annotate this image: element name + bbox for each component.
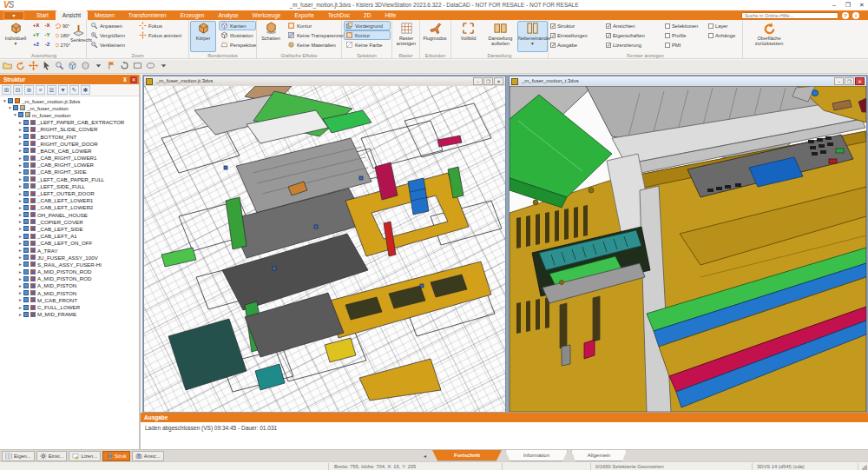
output-tab-fortschritt[interactable]: Fortschritt	[432, 450, 502, 461]
tree-node[interactable]: ▸A_MID_PISTON	[0, 289, 139, 296]
display-nebeneinander[interactable]: Nebeneinander ▾	[517, 21, 548, 52]
zoom-in-button[interactable]: Vergrößern	[89, 30, 127, 40]
focus-button[interactable]: Fokus	[137, 21, 183, 30]
viewport-restore-button[interactable]: ❐	[845, 77, 854, 85]
expand-arrow-icon[interactable]: ▸	[17, 283, 23, 288]
axis-button-plusZ[interactable]: +Z	[30, 40, 42, 50]
tree-node[interactable]: ▸OH_PANEL_HOUSE	[0, 211, 139, 218]
expand-arrow-icon[interactable]: ▸	[17, 276, 23, 281]
select-cursor-icon[interactable]	[41, 61, 52, 72]
expand-arrow-icon[interactable]: ▸	[17, 156, 23, 161]
expand-arrow-icon[interactable]: ▸	[17, 212, 23, 217]
tree-node[interactable]: ▸_CAB_LEFT_A1	[0, 233, 139, 240]
markup-flag-icon[interactable]	[106, 61, 117, 72]
focus-animated-button[interactable]: Fokus animiert	[137, 30, 183, 40]
tree-node[interactable]: ▸_RIGHT_SLIDE_COVER	[0, 126, 139, 133]
rotate-view-icon[interactable]	[119, 61, 130, 72]
render-mode-icon[interactable]	[80, 61, 91, 72]
visibility-icon[interactable]	[8, 98, 13, 103]
panel-tab-struk[interactable]: Struk	[102, 451, 130, 461]
visibility-icon[interactable]	[23, 297, 29, 302]
visibility-icon[interactable]	[23, 261, 29, 267]
visibility-icon[interactable]	[23, 141, 29, 146]
open-file-icon[interactable]	[2, 61, 13, 72]
tree-node[interactable]: ▸_BACK_CAB_LOWER	[0, 147, 139, 154]
visibility-icon[interactable]	[23, 156, 29, 161]
ribbon-tab-2d[interactable]: 2D	[357, 10, 378, 20]
axis-button-plusY[interactable]: +Y	[30, 30, 42, 40]
visibility-icon[interactable]	[23, 127, 29, 132]
tree-node[interactable]: ▸_CAB_RIGHT_LOWER1	[0, 155, 139, 162]
visibility-icon[interactable]	[23, 191, 29, 196]
viewport-3d-shaded-view[interactable]	[510, 86, 866, 413]
visibility-icon[interactable]	[23, 255, 29, 260]
tree-node[interactable]: ▸_CAB_LEFT_ON_OFF	[0, 240, 139, 247]
expand-arrow-icon[interactable]: ▸	[17, 297, 23, 302]
axis-button-minusX[interactable]: -X	[42, 21, 53, 30]
panel-tab-ansic[interactable]: Ansic...	[132, 451, 164, 461]
display-darstellung-aufteilen[interactable]: Darstellung aufteilen	[485, 21, 516, 52]
visibility-icon[interactable]	[23, 148, 29, 153]
expand-arrow-icon[interactable]: ▸	[17, 191, 23, 196]
visibility-icon[interactable]	[23, 312, 29, 317]
ribbon-tab-hilfe[interactable]: Hilfe	[378, 10, 403, 20]
visibility-icon[interactable]	[23, 241, 29, 246]
tree-node[interactable]: ▸_LEFT_PAPER_CAB_EXTRACTOR	[0, 119, 139, 126]
panel-tab-eigen[interactable]: Eigen...	[2, 451, 35, 461]
visibility-icon[interactable]	[23, 212, 29, 217]
schatten-button[interactable]: Schatten	[258, 21, 284, 52]
tree-node[interactable]: ▸_CAB_RIGHT_LOWER	[0, 162, 139, 169]
visibility-icon[interactable]	[23, 162, 29, 168]
search-input[interactable]	[741, 12, 838, 19]
isolate-icon[interactable]	[67, 61, 78, 72]
axis-button-minusZ[interactable]: -Z	[42, 40, 53, 50]
expand-arrow-icon[interactable]: ▾	[2, 98, 8, 103]
axis-button-minusY[interactable]: -Y	[42, 30, 53, 40]
maximize-button[interactable]: ❐	[842, 0, 854, 10]
expand-arrow-icon[interactable]: ▸	[17, 226, 23, 231]
tree-node[interactable]: ▸_LEFT_SIDE_FULL	[0, 182, 139, 189]
panel-tab-einst[interactable]: Einst...	[36, 451, 68, 461]
filter-icon[interactable]: ▼	[58, 85, 68, 95]
expand-arrow-icon[interactable]: ▸	[17, 219, 23, 224]
effect-keine-transparenzen[interactable]: Keine Transparenzen	[286, 30, 341, 40]
expand-arrow-icon[interactable]: ▸	[17, 255, 23, 260]
expand-arrow-icon[interactable]: ▸	[17, 127, 23, 132]
visibility-icon[interactable]	[23, 120, 29, 125]
window-toggle-struktur[interactable]: ✓Struktur	[550, 21, 588, 30]
refresh-icon[interactable]	[15, 61, 26, 72]
visibility-icon[interactable]	[23, 134, 29, 139]
expand-arrow-icon[interactable]: ▸	[17, 176, 23, 182]
tree-node[interactable]: ▸_RIGHT_OUTER_DOOR	[0, 140, 139, 147]
visibility-icon[interactable]	[23, 276, 29, 281]
window-toggle-selektionen[interactable]: Selektionen	[665, 21, 698, 30]
tree-node[interactable]: ▸M_CAB_FRONT	[0, 296, 139, 303]
ribbon-tab-ansicht[interactable]: Ansicht	[56, 10, 88, 20]
window-toggle-einstellungen[interactable]: ✓Einstellungen	[550, 30, 588, 40]
window-toggle-ansichten[interactable]: ✓Ansichten	[606, 21, 645, 30]
expand-arrow-icon[interactable]: ▾	[7, 105, 13, 110]
tree-node[interactable]: ▸_CAB_RIGHT_SIDE	[0, 169, 139, 175]
app-menu-button[interactable]: ▾	[3, 11, 24, 20]
viewport-close-button[interactable]: ✕	[855, 77, 865, 85]
raster-anzeigen-button[interactable]: Raster anzeigen	[393, 21, 419, 52]
effect-keine-materialien[interactable]: Keine Materialien	[286, 40, 341, 50]
tree-node[interactable]: ▸A_MID_PISTON_ROD	[0, 268, 139, 275]
rendermode-perspektive[interactable]: Perspektive	[219, 40, 256, 50]
flugmodus-button[interactable]: Flugmodus	[422, 21, 448, 52]
window-toggle-pmi[interactable]: PMI	[665, 40, 698, 50]
dropdown-icon[interactable]	[158, 61, 169, 72]
rendermode-kanten[interactable]: Kanten	[219, 21, 256, 30]
expand-arrow-icon[interactable]: ▸	[17, 183, 23, 189]
visibility-icon[interactable]	[23, 283, 29, 288]
effect-kontur[interactable]: Kontur	[286, 21, 341, 30]
viewport-left-titlebar[interactable]: _m_fuser_motion.jt.3dvs – ❐ ✕	[144, 76, 505, 86]
expand-arrow-icon[interactable]: ▸	[17, 305, 23, 310]
expand-all-icon[interactable]: ⊞	[2, 85, 11, 95]
koerper-button[interactable]: Körper	[190, 21, 216, 52]
expand-arrow-icon[interactable]: ▸	[17, 261, 23, 267]
display-vollbild[interactable]: Vollbild	[453, 21, 483, 52]
expand-arrow-icon[interactable]: ▸	[17, 234, 23, 239]
draw-ellipse-icon[interactable]	[145, 61, 156, 72]
pin-icon[interactable]: ⊼	[122, 76, 128, 83]
